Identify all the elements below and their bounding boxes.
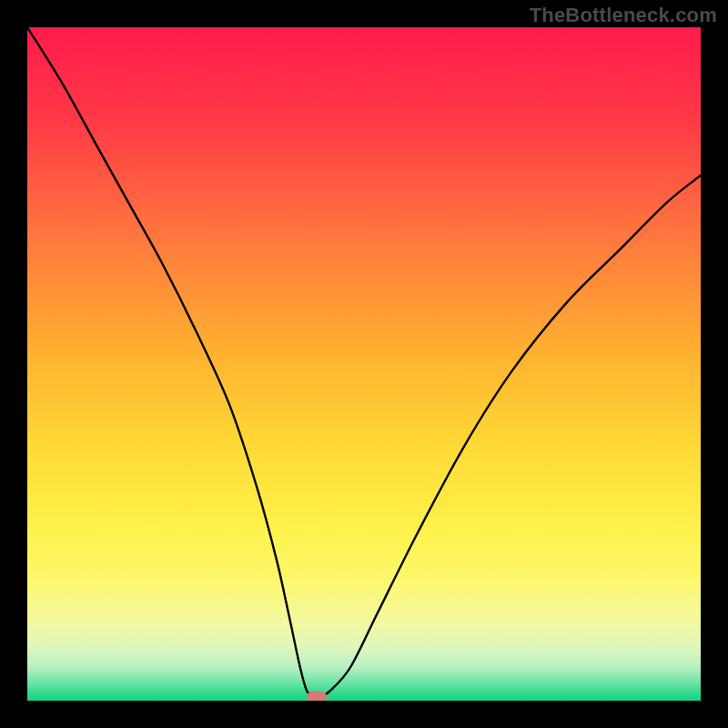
optimal-point-marker	[307, 692, 327, 701]
plot-area	[27, 27, 701, 701]
bottleneck-curve	[27, 27, 701, 697]
curve-svg	[27, 27, 701, 701]
watermark-text: TheBottleneck.com	[530, 4, 717, 27]
chart-container: TheBottleneck.com	[0, 0, 728, 728]
